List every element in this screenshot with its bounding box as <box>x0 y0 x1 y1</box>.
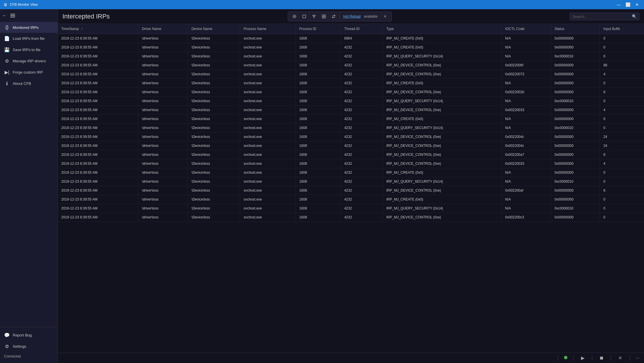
cell-ioctl: N/A <box>502 52 551 61</box>
cell-timestamp: 2019-12-23 8:39:55 AM <box>58 79 138 88</box>
cell-device: \Device\lxss <box>188 124 240 132</box>
cell-tid: 4232 <box>341 159 383 168</box>
cell-ioctl: 0x0022006f <box>502 61 551 70</box>
cell-tid: 4232 <box>341 106 383 115</box>
search-input[interactable] <box>572 14 630 19</box>
table-row[interactable]: 2019-12-23 8:39:55 AM \driver\lxss \Devi… <box>58 61 644 70</box>
hot-reload-link[interactable]: Hot Reload <box>343 14 361 18</box>
table-row[interactable]: 2019-12-23 8:39:55 AM \driver\lxss \Devi… <box>58 177 644 186</box>
cell-ioctl: N/A <box>502 177 551 186</box>
col-timestamp[interactable]: TimeStamp ↑ <box>58 24 138 34</box>
cell-ioctl: 0x002200a7 <box>502 150 551 159</box>
toolbar-grid-button[interactable] <box>320 13 328 20</box>
cell-process: svchost.exe <box>240 124 296 132</box>
cell-timestamp: 2019-12-23 8:39:55 AM <box>58 97 138 106</box>
sidebar-item-manage-drivers[interactable]: ⚙ Manage IRP drivers <box>0 55 57 67</box>
forge-irp-label: Forge custom IRP <box>13 70 43 74</box>
hamburger-menu[interactable] <box>9 13 16 18</box>
cell-driver: \driver\lxss <box>138 34 188 43</box>
cell-device: \Device\lxss <box>188 177 240 186</box>
table-row[interactable]: 2019-12-23 8:39:55 AM \driver\lxss \Devi… <box>58 34 644 43</box>
table-row[interactable]: 2019-12-23 8:39:55 AM \driver\lxss \Devi… <box>58 168 644 177</box>
table-row[interactable]: 2019-12-23 8:39:55 AM \driver\lxss \Devi… <box>58 195 644 204</box>
forge-irp-icon: ▶| <box>4 70 10 75</box>
toolbar-swap-button[interactable] <box>330 13 338 20</box>
table-row[interactable]: 2019-12-23 8:39:55 AM \driver\lxss \Devi… <box>58 97 644 106</box>
col-thread-id[interactable]: Thread ID <box>341 24 383 34</box>
sidebar-item-monitored-irps[interactable]: {} Monitored IRPs <box>0 22 57 33</box>
cell-driver: \driver\lxss <box>138 106 188 115</box>
save-irps-label: Save IRPs to file <box>13 48 40 52</box>
play-button[interactable]: ▶ <box>579 355 586 361</box>
table-row[interactable]: 2019-12-23 8:39:55 AM \driver\lxss \Devi… <box>58 88 644 97</box>
sidebar-item-load-irps[interactable]: 📄 Load IRPs from file <box>0 33 57 44</box>
cell-status: 0x00000000 <box>551 43 600 52</box>
cell-buffer: 0 <box>600 204 644 213</box>
back-button[interactable]: ← <box>2 13 7 18</box>
manage-drivers-label: Manage IRP drivers <box>13 59 46 63</box>
cell-timestamp: 2019-12-23 8:39:55 AM <box>58 159 138 168</box>
col-status[interactable]: Status <box>551 24 600 34</box>
sidebar-nav: {} Monitored IRPs 📄 Load IRPs from file … <box>0 22 57 327</box>
sidebar-item-about-cfb[interactable]: ℹ About CFB <box>0 78 57 89</box>
table-row[interactable]: 2019-12-23 8:39:55 AM \driver\lxss \Devi… <box>58 115 644 124</box>
table-row[interactable]: 2019-12-23 8:39:55 AM \driver\lxss \Devi… <box>58 79 644 88</box>
cell-ioctl: 0x0022002b <box>502 88 551 97</box>
cell-ioctl: 0x00220073 <box>502 70 551 79</box>
cell-status: 0x00000000 <box>551 195 600 204</box>
toolbar-close-badge-button[interactable]: ✕ <box>381 13 389 20</box>
cell-pid: 1608 <box>296 177 341 186</box>
sidebar-item-settings[interactable]: ⚙ Settings <box>0 341 57 352</box>
table-row[interactable]: 2019-12-23 8:39:55 AM \driver\lxss \Devi… <box>58 106 644 115</box>
titlebar-left: 🖥 CFB Monitor View <box>3 2 38 7</box>
pause-button[interactable]: ⏹ <box>598 355 605 361</box>
col-type[interactable]: Type <box>383 24 502 34</box>
cell-device: \Device\lxss <box>188 34 240 43</box>
cell-status: 0x00000000 <box>551 70 600 79</box>
col-ioctl-code[interactable]: IOCTL Code <box>502 24 551 34</box>
svg-rect-3 <box>312 15 316 16</box>
col-process-id[interactable]: Process ID <box>296 24 341 34</box>
col-driver-name[interactable]: Driver Name <box>138 24 188 34</box>
table-row[interactable]: 2019-12-23 8:39:55 AM \driver\lxss \Devi… <box>58 186 644 195</box>
col-input-buffer[interactable]: Input Buffe <box>600 24 644 34</box>
sidebar-item-report-bug[interactable]: 💬 Report Bug <box>0 330 57 341</box>
sidebar-item-forge-irp[interactable]: ▶| Forge custom IRP <box>0 67 57 78</box>
col-device-name[interactable]: Device Name <box>188 24 240 34</box>
minimize-button[interactable]: — <box>615 1 622 8</box>
maximize-button[interactable]: ⬜ <box>624 1 631 8</box>
svg-rect-7 <box>324 15 326 16</box>
table-row[interactable]: 2019-12-23 8:39:55 AM \driver\lxss \Devi… <box>58 141 644 150</box>
toolbar-record-button[interactable] <box>290 13 298 20</box>
table-row[interactable]: 2019-12-23 8:39:55 AM \driver\lxss \Devi… <box>58 124 644 132</box>
irp-table: TimeStamp ↑ Driver Name Device Name Proc… <box>58 24 644 222</box>
statusbar-more-button[interactable]: ··· <box>636 355 639 361</box>
table-container[interactable]: TimeStamp ↑ Driver Name Device Name Proc… <box>58 24 644 353</box>
cell-device: \Device\lxss <box>188 213 240 222</box>
cell-status: 0x00000000 <box>551 150 600 159</box>
table-row[interactable]: 2019-12-23 8:39:55 AM \driver\lxss \Devi… <box>58 43 644 52</box>
table-row[interactable]: 2019-12-23 8:39:55 AM \driver\lxss \Devi… <box>58 70 644 79</box>
table-row[interactable]: 2019-12-23 8:39:55 AM \driver\lxss \Devi… <box>58 52 644 61</box>
sidebar-item-save-irps[interactable]: 💾 Save IRPs to file <box>0 44 57 55</box>
table-row[interactable]: 2019-12-23 8:39:55 AM \driver\lxss \Devi… <box>58 159 644 168</box>
toolbar-filter-button[interactable] <box>310 13 318 20</box>
table-row[interactable]: 2019-12-23 8:39:55 AM \driver\lxss \Devi… <box>58 132 644 141</box>
sidebar-bottom: 💬 Report Bug ⚙ Settings Connected <box>0 327 57 363</box>
col-process-name[interactable]: Process Name <box>240 24 296 34</box>
table-row[interactable]: 2019-12-23 8:39:55 AM \driver\lxss \Devi… <box>58 213 644 222</box>
cell-buffer: 0 <box>600 213 644 222</box>
cell-status: 0x00000000 <box>551 61 600 70</box>
close-button[interactable]: ✕ <box>634 1 641 8</box>
toolbar-stop-button[interactable] <box>300 13 308 20</box>
cell-timestamp: 2019-12-23 8:39:55 AM <box>58 141 138 150</box>
load-irps-icon: 📄 <box>4 36 10 41</box>
stop-button[interactable]: ✕ <box>617 355 624 361</box>
table-row[interactable]: 2019-12-23 8:39:55 AM \driver\lxss \Devi… <box>58 204 644 213</box>
svg-rect-2 <box>303 15 306 18</box>
cell-timestamp: 2019-12-23 8:39:55 AM <box>58 132 138 141</box>
cell-ioctl: 0x00220033 <box>502 106 551 115</box>
cell-pid: 1608 <box>296 79 341 88</box>
about-cfb-label: About CFB <box>13 81 31 86</box>
table-row[interactable]: 2019-12-23 8:39:55 AM \driver\lxss \Devi… <box>58 150 644 159</box>
